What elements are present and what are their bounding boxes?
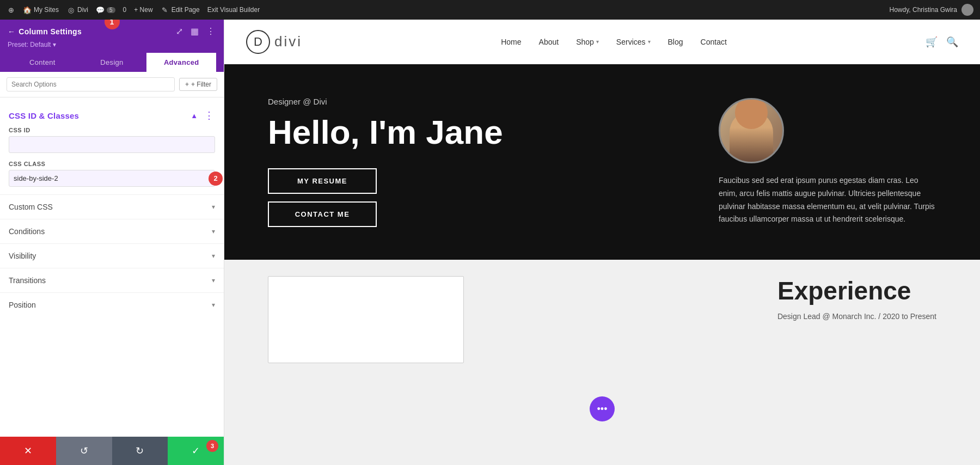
admin-bar-right: Howdy, Christina Gwira: [890, 4, 973, 16]
search-bar: + + Filter: [0, 72, 224, 97]
experience-subtitle: Design Lead @ Monarch Inc. / 2020 to Pre…: [777, 312, 936, 321]
nav-contact[interactable]: Contact: [701, 38, 727, 46]
position-chevron: ▾: [212, 301, 215, 309]
avatar-figure: [730, 113, 773, 162]
wordpress-menu-item[interactable]: ⊕: [7, 5, 15, 14]
css-id-label: CSS ID: [9, 127, 215, 133]
site-navigation: D divi Home About Shop ▾ Services ▾: [224, 20, 980, 64]
hero-buttons: MY RESUME CONTACT ME: [268, 168, 377, 227]
tab-advanced[interactable]: Advanced: [146, 53, 216, 72]
css-id-field-group: CSS ID: [0, 127, 224, 161]
panel-more-button[interactable]: ⋮: [205, 25, 216, 38]
tab-bar: Content Design Advanced: [8, 53, 216, 72]
custom-css-header[interactable]: Custom CSS ▾: [9, 195, 215, 219]
redo-button[interactable]: ↻: [112, 437, 168, 465]
panel-header: ← Column Settings ⤢ ▦ ⋮ Preset: Default …: [0, 20, 224, 72]
sites-icon: 🏠: [23, 5, 32, 14]
panel-columns-button[interactable]: ▦: [189, 25, 200, 38]
filter-icon: +: [185, 81, 189, 88]
edit-page-item[interactable]: ✎ Edit Page: [161, 5, 200, 14]
css-id-classes-title: CSS ID & Classes: [9, 111, 79, 120]
cancel-icon: ✕: [24, 445, 32, 457]
website-preview: D divi Home About Shop ▾ Services ▾: [224, 20, 980, 465]
comments-icon: 💬: [96, 5, 105, 14]
hero-subtitle: Designer @ Divi: [268, 97, 686, 106]
undo-button[interactable]: ↺: [56, 437, 112, 465]
cart-button[interactable]: 🛒: [926, 36, 938, 48]
nav-links: Home About Shop ▾ Services ▾ Blog Contac: [501, 38, 727, 46]
logo-text: divi: [274, 33, 302, 50]
conditions-chevron: ▾: [212, 228, 215, 235]
filter-button[interactable]: + + Filter: [179, 78, 217, 91]
exit-builder-item[interactable]: Exit Visual Builder: [207, 6, 260, 14]
css-id-classes-collapse-btn[interactable]: ▲: [189, 111, 199, 121]
column-settings-panel: ← Column Settings ⤢ ▦ ⋮ Preset: Default …: [0, 20, 224, 465]
search-input[interactable]: [7, 77, 175, 91]
position-title: Position: [9, 301, 36, 309]
experience-left: [268, 276, 745, 363]
action-bar: ✕ ↺ ↻ ✓ 3: [0, 437, 224, 465]
custom-css-title: Custom CSS: [9, 203, 53, 211]
new-item[interactable]: + New: [134, 6, 152, 14]
nav-blog[interactable]: Blog: [668, 38, 683, 46]
conditions-header[interactable]: Conditions ▾: [9, 219, 215, 243]
css-id-input[interactable]: [9, 136, 215, 153]
transitions-header[interactable]: Transitions ▾: [9, 268, 215, 292]
nav-services[interactable]: Services ▾: [616, 38, 651, 46]
admin-bar: ⊕ 🏠 My Sites ◎ Divi 💬 5 0 + New ✎ Edit P…: [0, 0, 980, 20]
floating-dots-button[interactable]: •••: [590, 396, 615, 421]
tab-content[interactable]: Content: [8, 53, 77, 72]
avatar-head: [735, 98, 768, 129]
comments-item[interactable]: 💬 5: [96, 5, 115, 14]
save-icon: ✓: [192, 445, 200, 457]
edit-icon: ✎: [161, 5, 169, 14]
back-arrow-icon: ←: [8, 27, 15, 36]
visibility-chevron: ▾: [212, 252, 215, 260]
divi-item[interactable]: ◎ Divi: [66, 5, 88, 14]
badge-3: 3: [206, 440, 218, 452]
position-header[interactable]: Position ▾: [9, 293, 215, 317]
tab-design[interactable]: Design: [77, 53, 147, 72]
experience-right: Experience Design Lead @ Monarch Inc. / …: [777, 276, 936, 321]
dots-icon: •••: [597, 403, 608, 415]
site-logo: D divi: [246, 30, 302, 54]
admin-avatar: [961, 4, 973, 16]
wordpress-icon: ⊕: [7, 5, 15, 14]
custom-css-chevron: ▾: [212, 203, 215, 211]
experience-section: Experience Design Lead @ Monarch Inc. / …: [224, 260, 980, 465]
css-class-input[interactable]: [9, 170, 215, 187]
css-class-label: CSS Class: [9, 161, 215, 167]
search-button[interactable]: 🔍: [946, 36, 958, 48]
zero-comments-item[interactable]: 0: [123, 6, 127, 14]
resume-button[interactable]: MY RESUME: [268, 168, 377, 194]
css-id-classes-more-btn[interactable]: ⋮: [203, 109, 215, 121]
nav-icon-group: 🛒 🔍: [926, 36, 958, 48]
visibility-title: Visibility: [9, 252, 36, 260]
visibility-section: Visibility ▾: [0, 243, 224, 268]
transitions-title: Transitions: [9, 276, 46, 285]
visibility-header[interactable]: Visibility ▾: [9, 244, 215, 268]
my-sites-item[interactable]: 🏠 My Sites: [23, 5, 59, 14]
conditions-title: Conditions: [9, 227, 45, 236]
nav-about[interactable]: About: [539, 38, 559, 46]
nav-shop[interactable]: Shop ▾: [576, 38, 599, 46]
nav-home[interactable]: Home: [501, 38, 521, 46]
cancel-button[interactable]: ✕: [0, 437, 56, 465]
panel-back-button[interactable]: ← Column Settings: [8, 27, 82, 36]
logo-circle: D: [246, 30, 270, 54]
contact-button[interactable]: CONTACT ME: [268, 201, 377, 227]
services-chevron-icon: ▾: [648, 39, 651, 45]
hero-right: Faucibus sed sed erat ipsum purus egesta…: [719, 98, 936, 226]
save-button[interactable]: ✓ 3: [168, 437, 224, 465]
undo-icon: ↺: [80, 445, 88, 457]
hero-title: Hello, I'm Jane: [268, 114, 686, 151]
css-id-classes-section: CSS ID & Classes ▲ ⋮ CSS ID CSS Class: [0, 106, 224, 194]
panel-fullscreen-button[interactable]: ⤢: [175, 25, 184, 38]
hero-avatar: [719, 98, 784, 163]
preset-selector[interactable]: Preset: Default ▾: [8, 41, 216, 48]
hero-section: Designer @ Divi Hello, I'm Jane MY RESUM…: [224, 64, 980, 260]
custom-css-section: Custom CSS ▾: [0, 194, 224, 219]
css-class-field-group: CSS Class 2: [0, 161, 224, 194]
shop-chevron-icon: ▾: [596, 39, 599, 45]
divi-icon: ◎: [66, 5, 75, 14]
